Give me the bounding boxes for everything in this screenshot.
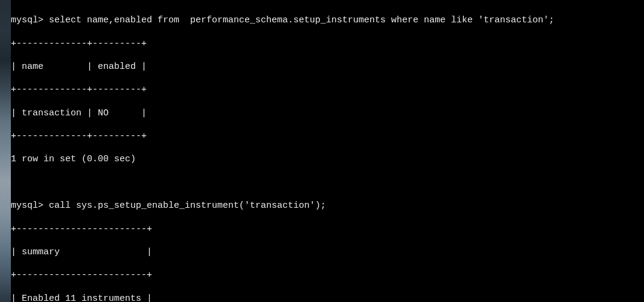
table-border: +-------------+---------+ (11, 84, 644, 95)
prompt: mysql> (11, 201, 43, 211)
table-border: +-------------+---------+ (11, 130, 644, 142)
desktop-edge (0, 0, 11, 302)
table-header-row: | name | enabled | (11, 61, 644, 72)
table-border: +-------------+---------+ (11, 38, 644, 50)
table-data-row: | Enabled 11 instruments | (11, 293, 644, 302)
status-line: 1 row in set (0.00 sec) (11, 153, 644, 165)
table-data-row: | transaction | NO | (11, 108, 644, 119)
sql-command: select name,enabled from performance_sch… (49, 15, 554, 25)
table-border: +------------------------+ (11, 223, 644, 235)
table-header-row: | summary | (11, 246, 644, 258)
prompt: mysql> (11, 15, 43, 25)
terminal-output[interactable]: mysql> select name,enabled from performa… (11, 3, 644, 302)
prompt-line[interactable]: mysql> select name,enabled from performa… (11, 14, 644, 26)
sql-command: call sys.ps_setup_enable_instrument('tra… (49, 201, 326, 211)
blank-line (11, 177, 644, 188)
table-border: +------------------------+ (11, 269, 644, 281)
prompt-line[interactable]: mysql> call sys.ps_setup_enable_instrume… (11, 200, 644, 211)
